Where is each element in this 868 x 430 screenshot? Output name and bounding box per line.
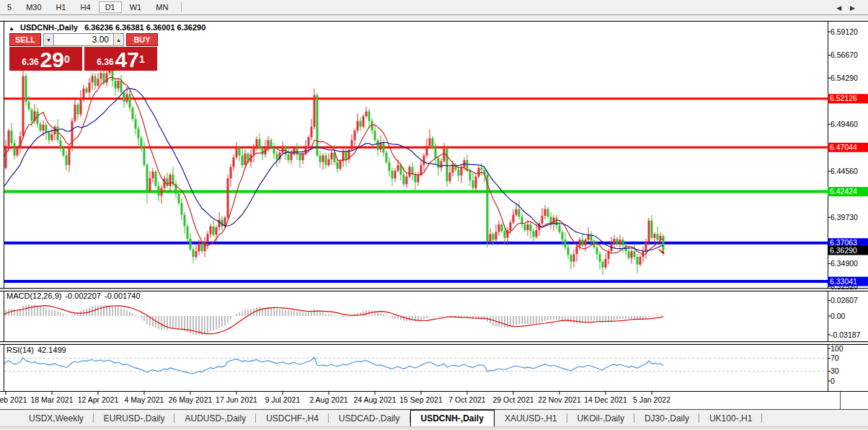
chart-tab-xauusd-h1[interactable]: XAUUSD-,H1 (495, 410, 567, 426)
chart-symbol-period: USDCNH-,Daily (20, 23, 78, 32)
svg-text:6.56670: 6.56670 (831, 51, 858, 59)
timeframe-button-MN[interactable]: MN (149, 1, 174, 13)
svg-text:22 Nov 2021: 22 Nov 2021 (538, 395, 581, 404)
spinner-up-icon: ▲ (116, 38, 121, 43)
sell-price-pips: 29 (40, 51, 64, 69)
timeframe-toolbar: 5M30H1H4D1W1MN (0, 0, 868, 15)
macd-main-value: -0.002207 (65, 291, 101, 300)
chart-tab-usdcad-daily[interactable]: USDCAD-,Daily (329, 410, 410, 426)
tab-scroll-right-icon[interactable]: ▶ (850, 4, 864, 12)
chart-title: ▲ USDCNH-,Daily 6.36236 6.36381 6.36001 … (9, 23, 205, 32)
tab-scroll-left-icon[interactable]: ◀ (836, 4, 850, 12)
timeframe-button-5[interactable]: 5 (1, 1, 18, 13)
svg-text:0.02607: 0.02607 (831, 296, 858, 304)
rsi-name: RSI(14) (6, 346, 34, 354)
svg-text:26 May 2021: 26 May 2021 (169, 395, 213, 404)
svg-text:6.59120: 6.59120 (831, 27, 858, 36)
svg-text:0: 0 (831, 377, 835, 385)
buy-price-point: 1 (139, 53, 145, 65)
svg-text:7 Oct 2021: 7 Oct 2021 (448, 395, 486, 404)
window-bottom-strip (0, 426, 868, 430)
sell-price-button[interactable]: 6.36 29 0 (9, 47, 82, 71)
chart-tab-bar: USDX,WeeklyEURUSD-,DailyAUDUSD-,DailyUSD… (0, 409, 868, 426)
tab-scroll-arrows: ◀▶ (836, 4, 864, 12)
timeframe-button-H1[interactable]: H1 (50, 1, 73, 13)
buy-button[interactable]: BUY (126, 33, 158, 46)
collapse-panel-icon[interactable]: ▲ (9, 25, 14, 32)
spinner-down-icon: ▼ (46, 38, 51, 43)
svg-text:6.33041: 6.33041 (830, 277, 857, 286)
svg-text:15 Sep 2021: 15 Sep 2021 (399, 395, 443, 404)
chart-tab-eurusd-daily[interactable]: EURUSD-,Daily (94, 410, 175, 426)
buy-price-pips: 47 (115, 51, 139, 69)
chart-tab-dj30-daily[interactable]: DJ30-,Daily (634, 410, 699, 426)
chart-tab-usdchf-h4[interactable]: USDCHF-,H4 (256, 410, 329, 426)
buy-price-button[interactable]: 6.36 47 1 (84, 47, 157, 71)
one-click-trading-panel: SELL ▼ 3.00 ▲ BUY 6.36 29 0 6.36 47 1 (9, 33, 158, 71)
svg-text:9 Jul 2021: 9 Jul 2021 (265, 395, 301, 404)
svg-text:5 Jan 2022: 5 Jan 2022 (633, 395, 670, 404)
rsi-value: 42.1499 (37, 346, 66, 354)
svg-text:6.39730: 6.39730 (831, 213, 858, 221)
svg-text:6.47044: 6.47044 (830, 143, 857, 152)
svg-text:24 Aug 2021: 24 Aug 2021 (354, 395, 397, 404)
chart-tab-usdx-weekly[interactable]: USDX,Weekly (19, 410, 94, 426)
svg-text:6.54290: 6.54290 (831, 74, 858, 82)
timeframe-button-D1[interactable]: D1 (99, 1, 122, 13)
svg-text:6.34900: 6.34900 (831, 259, 858, 268)
chart-tab-uk100-h1[interactable]: UK100-,H1 (699, 410, 762, 426)
svg-text:70: 70 (831, 354, 839, 362)
svg-text:2 Aug 2021: 2 Aug 2021 (309, 395, 347, 404)
svg-text:6.36290: 6.36290 (830, 246, 857, 255)
volume-decrease-button[interactable]: ▼ (43, 33, 54, 46)
svg-text:100: 100 (831, 344, 843, 353)
sell-button[interactable]: SELL (9, 33, 41, 46)
chart-tab-audusd-daily[interactable]: AUDUSD-,Daily (174, 410, 256, 426)
macd-signal-value: -0.001740 (105, 291, 141, 300)
svg-text:0.00: 0.00 (831, 312, 846, 320)
sell-price-point: 0 (64, 53, 70, 65)
timeframe-button-H4[interactable]: H4 (74, 1, 97, 13)
chart-tab-ukoil-daily[interactable]: UKOil-,Daily (567, 410, 634, 426)
timeframe-button-W1[interactable]: W1 (123, 1, 149, 13)
svg-text:17 Jun 2021: 17 Jun 2021 (216, 395, 257, 404)
sell-price-base: 6.36 (22, 57, 38, 67)
svg-text:4 May 2021: 4 May 2021 (125, 395, 164, 404)
buy-price-base: 6.36 (97, 57, 113, 67)
svg-text:6.44560: 6.44560 (831, 167, 858, 175)
svg-text:6.42424: 6.42424 (830, 187, 857, 196)
svg-text:30: 30 (831, 367, 839, 375)
svg-text:14 Dec 2021: 14 Dec 2021 (584, 395, 627, 404)
svg-text:29 Oct 2021: 29 Oct 2021 (492, 395, 533, 404)
volume-increase-button[interactable]: ▲ (113, 33, 124, 46)
svg-text:6.52126: 6.52126 (830, 94, 857, 102)
volume-input[interactable]: 3.00 (54, 33, 113, 46)
svg-text:18 Mar 2021: 18 Mar 2021 (31, 395, 74, 404)
rsi-indicator-label: RSI(14)42.1499 (6, 346, 70, 354)
chart-tab-usdcnh-daily[interactable]: USDCNH-,Daily (410, 410, 495, 426)
svg-text:24 Feb 2021: 24 Feb 2021 (0, 395, 27, 404)
macd-indicator-label: MACD(12,26,9)-0.002207-0.001740 (6, 291, 144, 300)
svg-text:6.49460: 6.49460 (831, 120, 858, 128)
chart-ohlc-values: 6.36236 6.36381 6.36001 6.36290 (84, 23, 205, 32)
macd-name: MACD(12,26,9) (6, 291, 61, 300)
svg-text:12 Apr 2021: 12 Apr 2021 (78, 395, 119, 404)
toolbar-separator (181, 2, 182, 12)
svg-text:-0.03187: -0.03187 (831, 330, 861, 339)
timeframe-button-M30[interactable]: M30 (19, 1, 48, 13)
